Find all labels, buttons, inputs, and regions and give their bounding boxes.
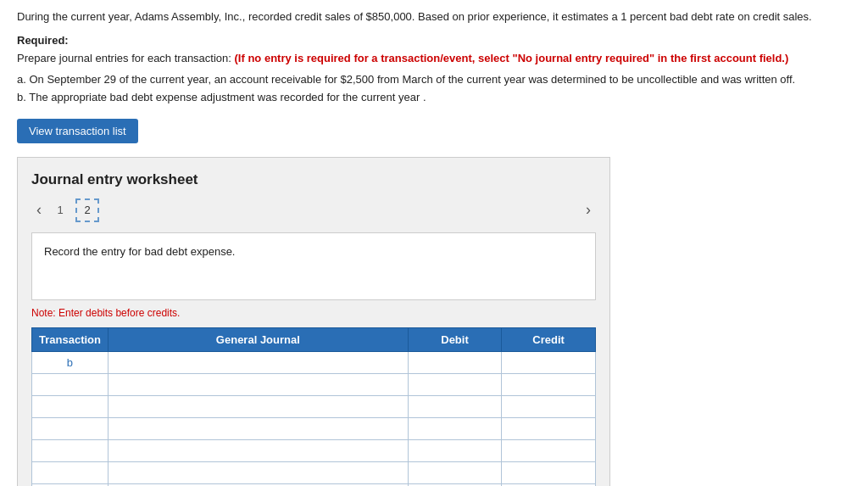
transaction-cell	[32, 373, 108, 395]
instruction-text: Prepare journal entries for each transac…	[17, 50, 851, 67]
transaction-cell	[32, 395, 108, 417]
journal-worksheet: Journal entry worksheet ‹ 1 2 › Record t…	[17, 157, 610, 486]
next-page-button[interactable]: ›	[581, 199, 596, 221]
general-journal-cell[interactable]	[108, 351, 408, 373]
general-journal-cell[interactable]	[108, 373, 408, 395]
debit-input[interactable]	[409, 374, 502, 395]
intro-paragraph: During the current year, Adams Assembly,…	[17, 8, 851, 25]
col-header-transaction: Transaction	[32, 327, 108, 351]
transaction-cell: b	[32, 351, 108, 373]
debit-cell[interactable]	[408, 417, 502, 439]
prev-page-button[interactable]: ‹	[31, 199, 47, 221]
debit-input[interactable]	[409, 352, 502, 373]
general-journal-input[interactable]	[108, 462, 408, 483]
general-journal-input[interactable]	[108, 440, 408, 461]
page-2-button[interactable]: 2	[75, 198, 99, 222]
credit-cell[interactable]	[502, 417, 596, 439]
general-journal-input[interactable]	[108, 418, 408, 439]
journal-table: Transaction General Journal Debit Credit…	[31, 327, 596, 486]
general-journal-cell[interactable]	[108, 417, 408, 439]
credit-cell[interactable]	[502, 395, 596, 417]
debit-input[interactable]	[409, 418, 502, 439]
debit-cell[interactable]	[408, 461, 502, 483]
general-journal-input[interactable]	[108, 352, 408, 373]
table-row	[32, 395, 596, 417]
transaction-cell	[32, 461, 108, 483]
general-journal-cell[interactable]	[108, 461, 408, 483]
general-journal-input[interactable]	[108, 396, 408, 417]
transaction-cell	[32, 417, 108, 439]
credit-cell[interactable]	[502, 351, 596, 373]
table-row	[32, 461, 596, 483]
credit-cell[interactable]	[502, 439, 596, 461]
col-header-debit: Debit	[408, 327, 502, 351]
debit-cell[interactable]	[408, 395, 502, 417]
credit-cell[interactable]	[502, 373, 596, 395]
worksheet-nav: ‹ 1 2 ›	[31, 198, 596, 222]
debit-cell[interactable]	[408, 373, 502, 395]
credit-input[interactable]	[502, 374, 595, 395]
col-header-general-journal: General Journal	[108, 327, 408, 351]
transaction-cell	[32, 439, 108, 461]
credit-input[interactable]	[502, 440, 595, 461]
required-label: Required:	[17, 34, 851, 47]
general-journal-cell[interactable]	[108, 395, 408, 417]
credit-input[interactable]	[502, 462, 595, 483]
general-journal-cell[interactable]	[108, 439, 408, 461]
table-row	[32, 373, 596, 395]
debit-input[interactable]	[409, 440, 502, 461]
debit-input[interactable]	[409, 396, 502, 417]
entry-description: Record the entry for bad debt expense.	[31, 232, 596, 300]
table-row	[32, 439, 596, 461]
view-transaction-button[interactable]: View transaction list	[17, 119, 138, 143]
credit-input[interactable]	[502, 418, 595, 439]
page-1-button[interactable]: 1	[48, 198, 72, 222]
debit-input[interactable]	[409, 462, 502, 483]
worksheet-title: Journal entry worksheet	[31, 171, 596, 188]
debit-cell[interactable]	[408, 439, 502, 461]
col-header-credit: Credit	[502, 327, 596, 351]
debit-cell[interactable]	[408, 351, 502, 373]
table-row: b	[32, 351, 596, 373]
credit-input[interactable]	[502, 352, 595, 373]
table-row	[32, 417, 596, 439]
credit-input[interactable]	[502, 396, 595, 417]
note-text: Note: Enter debits before credits.	[31, 307, 596, 319]
scenario-text: a. On September 29 of the current year, …	[17, 71, 851, 107]
credit-cell[interactable]	[502, 461, 596, 483]
general-journal-input[interactable]	[108, 374, 408, 395]
